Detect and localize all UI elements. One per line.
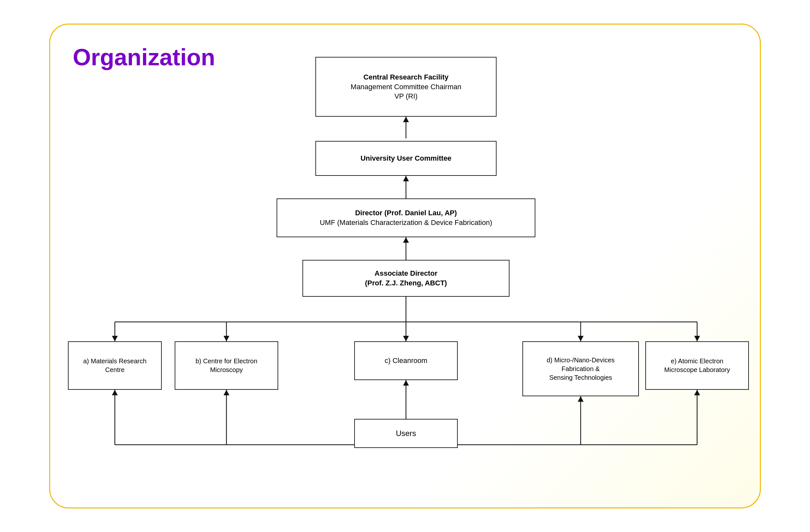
mn-line3: Sensing Technologies [549,373,612,382]
cleanroom-box: c) Cleanroom [354,341,458,380]
svg-marker-5 [403,237,409,243]
svg-marker-3 [403,176,409,181]
uuc-line1: University User Committee [360,153,451,163]
svg-marker-27 [578,396,584,402]
atomic-electron-box: e) Atomic Electron Microscope Laboratory [645,341,749,390]
svg-marker-9 [112,336,118,341]
central-research-box: Central Research Facility Management Com… [315,57,497,117]
ad-line1: Associate Director [375,269,437,278]
cem-line1: b) Centre for Electron [195,357,257,366]
page-title: Organization [73,44,215,70]
svg-marker-23 [224,390,229,395]
svg-marker-29 [694,390,700,395]
svg-marker-21 [112,390,118,395]
ad-line2: (Prof. Z.J. Zheng, ABCT) [365,278,447,288]
crf-line1: Central Research Facility [363,72,449,82]
crf-line2: Management Committee Chairman [351,82,461,92]
mrc-line2: Centre [105,366,125,374]
mn-line2: Fabrication & [562,365,600,373]
svg-marker-1 [403,117,409,122]
crf-line3: VP (RI) [394,92,418,101]
main-container: Organization [49,23,761,509]
dir-line1: Director (Prof. Daniel Lau, AP) [355,208,457,218]
materials-research-box: a) Materials Research Centre [68,341,162,390]
centre-electron-box: b) Centre for Electron Microscopy [175,341,278,390]
associate-director-box: Associate Director (Prof. Z.J. Zheng, AB… [303,260,509,297]
svg-marker-13 [403,336,409,341]
svg-marker-17 [694,336,700,341]
svg-marker-25 [403,380,409,386]
svg-marker-11 [224,336,229,341]
micro-nano-box: d) Micro-/Nano-Devices Fabrication & Sen… [522,341,639,396]
dir-line2: UMF (Materials Characterization & Device… [320,218,492,228]
director-box: Director (Prof. Daniel Lau, AP) UMF (Mat… [277,198,535,237]
mrc-line1: a) Materials Research [83,357,147,366]
users-line1: Users [396,428,416,438]
ae-line1: e) Atomic Electron [671,357,723,366]
university-user-box: University User Committee [315,141,497,176]
svg-marker-15 [578,336,584,341]
ae-line2: Microscope Laboratory [664,366,730,374]
mn-line1: d) Micro-/Nano-Devices [547,356,615,365]
cem-line2: Microscopy [210,366,243,374]
cr-line1: c) Cleanroom [385,356,427,366]
users-box: Users [354,419,458,448]
